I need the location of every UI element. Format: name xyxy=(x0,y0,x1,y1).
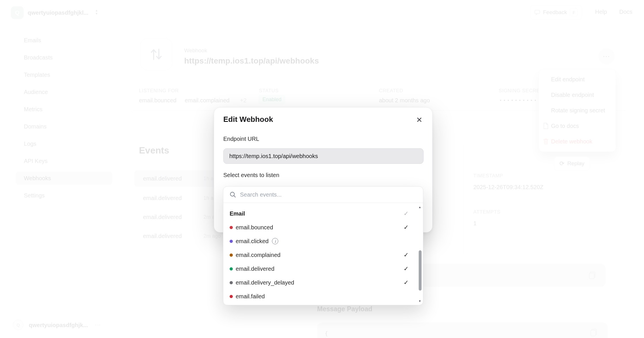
sidebar-item-emails[interactable]: Emails xyxy=(16,34,112,47)
sidebar-item-api-keys[interactable]: API Keys xyxy=(16,154,112,168)
event-option-email-complained[interactable]: email.complained ✓ xyxy=(223,248,423,262)
speech-bubble-icon xyxy=(534,9,540,15)
modal-title: Edit Webhook xyxy=(223,115,273,124)
event-color-dot xyxy=(230,240,233,243)
event-group-label: Email xyxy=(230,210,245,217)
menu-item-edit-endpoint[interactable]: Edit endpoint xyxy=(539,72,616,87)
event-color-dot xyxy=(230,281,233,284)
webhook-kind-label: Webhook xyxy=(184,47,207,54)
sidebar-item-webhooks[interactable]: Webhooks xyxy=(16,172,112,185)
chevron-up-down-icon[interactable]: ▲▼ xyxy=(95,9,98,15)
sidebar-item-audience[interactable]: Audience xyxy=(16,85,112,99)
scrollbar-thumb[interactable] xyxy=(419,250,422,291)
footer-workspace-name[interactable]: qwertyuiopasdfghjk... xyxy=(29,322,88,329)
detail-divider xyxy=(463,145,464,254)
listening-for-label: LISTENING FOR xyxy=(139,88,179,94)
check-icon: ✓ xyxy=(403,224,409,231)
menu-item-label: Edit endpoint xyxy=(551,76,585,83)
webhook-type-icon-box xyxy=(140,38,172,70)
replay-button[interactable]: ⟳ Replay xyxy=(554,157,590,170)
events-search-row xyxy=(223,187,423,203)
sidebar-item-settings[interactable]: Settings xyxy=(16,189,112,202)
event-option-email-clicked[interactable]: email.clicked i xyxy=(223,234,423,248)
check-icon: ✓ xyxy=(403,279,409,286)
event-option-label: email.delivery_delayed xyxy=(236,279,294,286)
select-events-label: Select events to listen xyxy=(223,172,279,178)
menu-item-label: Delete webhook xyxy=(551,138,592,145)
signing-secret-value[interactable]: • • • • • • • • • • xyxy=(500,98,537,103)
copy-icon[interactable] xyxy=(589,272,595,279)
events-search-input[interactable] xyxy=(240,191,417,198)
event-color-dot xyxy=(230,267,233,270)
menu-item-label: Disable endpoint xyxy=(551,92,594,98)
sidebar-item-broadcasts[interactable]: Broadcasts xyxy=(16,51,112,64)
app-canvas: Q qwertyuiopasdfghjkl... ▲▼ Feedback F H… xyxy=(0,0,644,338)
help-link[interactable]: Help xyxy=(595,9,607,15)
info-icon[interactable]: i xyxy=(272,238,278,244)
event-option-email-delivery-delayed[interactable]: email.delivery_delayed ✓ xyxy=(223,276,423,289)
events-combobox: Email ✓ email.bounced ✓ email.clicked i … xyxy=(223,186,423,305)
endpoint-url-label: Endpoint URL xyxy=(223,136,259,142)
event-option-label: email.bounced xyxy=(236,224,273,231)
trash-icon xyxy=(543,138,549,145)
close-icon[interactable]: ✕ xyxy=(416,116,422,124)
message-payload-title: Message Payload xyxy=(317,305,372,313)
endpoint-url-input[interactable] xyxy=(223,148,424,164)
event-option-label: email.delivered xyxy=(236,266,275,272)
replay-label: Replay xyxy=(567,160,584,167)
listening-more-badge[interactable]: +2 xyxy=(240,97,247,104)
workspace-logo: Q xyxy=(11,6,24,19)
group-check-icon: ✓ xyxy=(403,210,409,217)
menu-item-rotate-signing-secret[interactable]: Rotate signing secret xyxy=(539,103,616,118)
menu-item-delete-webhook[interactable]: Delete webhook xyxy=(539,134,616,149)
scroll-up-icon[interactable]: ▲ xyxy=(418,206,421,209)
workspace-logo-letter: Q xyxy=(11,6,24,19)
footer-more-button[interactable]: ⋯ xyxy=(95,321,101,328)
created-value: about 2 months ago xyxy=(379,97,430,104)
event-option-email-delivered[interactable]: email.delivered ✓ xyxy=(223,262,423,276)
webhook-actions-button[interactable]: ⋯ xyxy=(599,48,615,64)
event-option-email-bounced[interactable]: email.bounced ✓ xyxy=(223,220,423,234)
arrows-up-down-icon xyxy=(150,47,163,62)
workspace-switcher[interactable]: qwertyuiopasdfghjkl... xyxy=(28,9,88,16)
event-name: email.delivered xyxy=(143,175,203,182)
docs-link[interactable]: Docs xyxy=(619,9,632,15)
signing-secret-label: SIGNING SECRET xyxy=(499,88,542,94)
timestamp-label: TIMESTAMP xyxy=(473,173,503,179)
event-group-email[interactable]: Email ✓ xyxy=(223,207,423,220)
feedback-shortcut-badge: F xyxy=(570,8,578,16)
scroll-down-icon[interactable]: ▼ xyxy=(418,299,421,303)
event-option-label: email.failed xyxy=(236,293,265,300)
copy-icon[interactable] xyxy=(590,329,597,336)
event-option-label: email.clicked xyxy=(236,238,268,245)
search-icon xyxy=(230,191,236,198)
message-payload-box: { xyxy=(317,322,608,338)
document-icon xyxy=(543,122,549,129)
event-option-label: email.complained xyxy=(236,252,281,258)
listening-event-1: email.bounced xyxy=(139,97,176,104)
sidebar-item-templates[interactable]: Templates xyxy=(16,68,112,81)
feedback-button[interactable]: Feedback F xyxy=(530,5,582,20)
menu-item-go-to-docs[interactable]: Go to docs xyxy=(539,118,616,134)
event-color-dot xyxy=(230,295,233,298)
status-badge: Enabled xyxy=(258,95,285,104)
event-name: email.delivered xyxy=(143,195,203,201)
payload-preview: { xyxy=(325,330,328,337)
event-option-email-failed[interactable]: email.failed xyxy=(223,289,423,303)
event-time: 2m ago xyxy=(203,233,221,239)
sidebar-item-logs[interactable]: Logs xyxy=(16,137,112,150)
replay-icon: ⟳ xyxy=(559,160,565,167)
event-color-dot xyxy=(230,226,233,229)
footer-avatar: Q xyxy=(13,320,23,330)
sidebar-item-metrics[interactable]: Metrics xyxy=(16,103,112,116)
feedback-label: Feedback xyxy=(543,9,567,16)
events-section-title: Events xyxy=(139,145,169,156)
webhook-url-title: https://temp.ios1.top/api/webhooks xyxy=(184,56,319,66)
timestamp-value: 2025-12-26T09:34:12.520Z xyxy=(473,184,544,191)
menu-item-label: Go to docs xyxy=(551,123,579,129)
attempts-value: 1 xyxy=(473,220,477,227)
sidebar-item-domains[interactable]: Domains xyxy=(16,120,112,133)
menu-item-disable-endpoint[interactable]: Disable endpoint xyxy=(539,87,616,103)
check-icon: ✓ xyxy=(403,265,409,272)
event-name: email.delivered xyxy=(143,214,203,220)
